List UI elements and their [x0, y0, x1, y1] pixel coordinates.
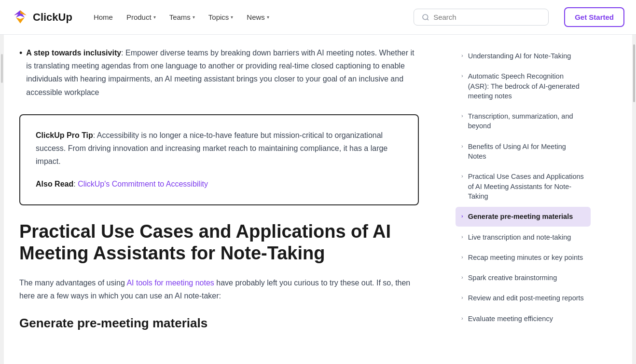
sidebar-item-label-live: Live transcription and note-taking [468, 232, 585, 242]
bullet-text: A step towards inclusivity: Empower dive… [26, 46, 419, 99]
also-read-link[interactable]: ClickUp's Commitment to Accessibility [78, 180, 208, 188]
sidebar-item-label-understanding: Understanding AI for Note-Taking [468, 51, 585, 61]
pro-tip-box: ClickUp Pro Tip: Accessibility is no lon… [19, 114, 419, 205]
body-text-before: The many advantages of using [19, 279, 126, 287]
page-wrapper: • A step towards inclusivity: Empower di… [0, 35, 636, 364]
sidebar-item-understanding[interactable]: › Understanding AI for Note-Taking [456, 46, 591, 66]
svg-line-1 [427, 19, 429, 20]
sidebar-chevron-live: › [461, 233, 463, 241]
sidebar-item-recap[interactable]: › Recap meeting minutes or key points [456, 248, 591, 267]
main-nav: Home Product ▾ Teams ▾ Topics ▾ News ▾ [88, 9, 398, 25]
sidebar-chevron-understanding: › [461, 52, 463, 59]
sidebar-item-asr[interactable]: › Automatic Speech Recognition (ASR): Th… [456, 67, 591, 106]
sidebar-chevron-review: › [461, 294, 463, 301]
sidebar-item-practical[interactable]: › Practical Use Cases and Applications o… [456, 167, 591, 206]
pro-tip-label: ClickUp Pro Tip [36, 131, 93, 139]
sidebar-chevron-asr: › [461, 72, 463, 80]
section-heading: Practical Use Cases and Applications of … [19, 221, 419, 265]
left-scrollbar[interactable] [0, 35, 4, 364]
header: ClickUp Home Product ▾ Teams ▾ Topics ▾ … [0, 0, 636, 35]
nav-item-news[interactable]: News ▾ [241, 9, 275, 25]
sidebar-item-review[interactable]: › Review and edit post-meeting reports [456, 288, 591, 308]
nav-item-teams[interactable]: Teams ▾ [164, 9, 201, 25]
sidebar-item-generate[interactable]: › Generate pre-meeting materials [456, 207, 591, 226]
sidebar-item-label-evaluate: Evaluate meeting efficiency [468, 314, 585, 324]
logo[interactable]: ClickUp [12, 9, 72, 26]
body-paragraph: The many advantages of using AI tools fo… [19, 276, 419, 302]
sidebar: › Understanding AI for Note-Taking › Aut… [448, 35, 602, 364]
main-content: • A step towards inclusivity: Empower di… [4, 35, 448, 364]
left-scrollbar-thumb [1, 54, 3, 83]
nav-item-topics[interactable]: Topics ▾ [203, 9, 239, 25]
also-read: Also Read: ClickUp's Commitment to Acces… [36, 177, 402, 190]
sidebar-item-live[interactable]: › Live transcription and note-taking [456, 228, 591, 247]
logo-wordmark: ClickUp [33, 11, 72, 24]
also-read-label: Also Read [36, 180, 73, 188]
sidebar-item-benefits[interactable]: › Benefits of Using AI for Meeting Notes [456, 137, 591, 166]
sidebar-item-label-transcription: Transcription, summarization, and beyond [468, 111, 585, 131]
sidebar-item-evaluate[interactable]: › Evaluate meeting efficiency [456, 309, 591, 328]
logo-icon [12, 9, 29, 26]
right-scrollbar-thumb [633, 44, 635, 102]
sidebar-item-label-benefits: Benefits of Using AI for Meeting Notes [468, 142, 585, 162]
search-icon [422, 13, 429, 21]
ai-tools-link[interactable]: AI tools for meeting notes [126, 279, 214, 287]
bullet-strong: A step towards inclusivity [26, 49, 121, 57]
sub-heading: Generate pre-meeting materials [19, 316, 419, 331]
right-scrollbar[interactable] [632, 35, 636, 364]
sidebar-item-label-generate: Generate pre-meeting materials [468, 212, 585, 221]
sidebar-chevron-evaluate: › [461, 315, 463, 322]
get-started-button[interactable]: Get Started [564, 7, 624, 27]
bullet-section: • A step towards inclusivity: Empower di… [19, 46, 419, 99]
nav-item-product[interactable]: Product ▾ [121, 9, 162, 25]
svg-point-0 [423, 14, 428, 20]
sidebar-item-label-asr: Automatic Speech Recognition (ASR): The … [468, 71, 585, 101]
search-input[interactable] [433, 13, 540, 21]
nav-item-home[interactable]: Home [88, 9, 119, 25]
sidebar-item-spark[interactable]: › Spark creative brainstorming [456, 268, 591, 287]
bullet-item: • A step towards inclusivity: Empower di… [19, 46, 419, 99]
news-chevron-icon: ▾ [267, 14, 269, 20]
sidebar-chevron-practical: › [461, 173, 463, 180]
teams-chevron-icon: ▾ [193, 14, 195, 20]
sidebar-item-label-review: Review and edit post-meeting reports [468, 293, 585, 303]
sidebar-chevron-transcription: › [461, 112, 463, 120]
topics-chevron-icon: ▾ [231, 14, 233, 20]
sidebar-chevron-benefits: › [461, 143, 463, 150]
bullet-dot: • [19, 48, 22, 99]
sidebar-chevron-spark: › [461, 274, 463, 281]
pro-tip-text: ClickUp Pro Tip: Accessibility is no lon… [36, 129, 402, 168]
search-box[interactable] [414, 9, 549, 26]
sidebar-item-label-practical: Practical Use Cases and Applications of … [468, 172, 585, 201]
sidebar-item-label-spark: Spark creative brainstorming [468, 273, 585, 283]
sidebar-item-label-recap: Recap meeting minutes or key points [468, 253, 585, 262]
product-chevron-icon: ▾ [153, 14, 156, 20]
sidebar-chevron-generate: › [461, 213, 463, 220]
sidebar-item-transcription[interactable]: › Transcription, summarization, and beyo… [456, 107, 591, 136]
sidebar-chevron-recap: › [461, 254, 463, 261]
